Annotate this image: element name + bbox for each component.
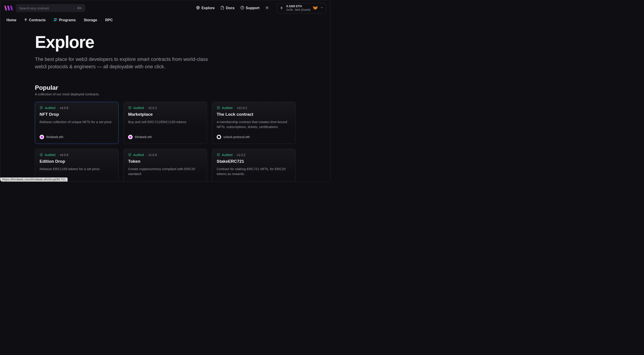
svg-line-8 — [268, 9, 268, 9]
audited-badge: Audited — [222, 153, 232, 157]
nav-docs[interactable]: Docs — [220, 6, 234, 11]
author-name: unlock-protocol.eth — [224, 135, 250, 139]
sun-icon — [265, 6, 269, 11]
solana-icon — [54, 18, 57, 22]
svg-rect-13 — [54, 18, 57, 19]
card-description: Contract for staking ERC721 NFTs, for ER… — [217, 167, 291, 179]
audited-badge: Audited — [133, 106, 144, 110]
card-title: Token — [128, 159, 202, 164]
nav-docs-label: Docs — [226, 6, 234, 10]
author-avatar — [217, 182, 221, 182]
ethereum-icon — [280, 6, 284, 10]
card-title: Edition Drop — [40, 159, 114, 164]
mainnav-home-label: Home — [6, 18, 16, 22]
theme-toggle[interactable] — [265, 6, 269, 11]
status-url: https://thirdweb.com/thirdweb.eth/DropER… — [0, 178, 68, 182]
shield-check-icon — [128, 106, 132, 110]
shield-check-icon — [217, 153, 220, 156]
brand-logo[interactable] — [4, 5, 13, 12]
wallet-address: 0x39...9d4 (Goerli) — [286, 8, 310, 12]
svg-rect-15 — [54, 20, 56, 21]
card-title: Marketplace — [128, 112, 202, 117]
version-label: v1.0.6 — [148, 153, 157, 157]
separator-dot: · — [234, 106, 235, 110]
search-shortcut: ⌘K — [77, 6, 82, 10]
nav-support-label: Support — [246, 6, 260, 10]
svg-line-7 — [266, 7, 266, 7]
mainnav-contracts[interactable]: Contracts — [24, 18, 46, 22]
page-title: Explore — [35, 34, 298, 51]
metamask-icon — [312, 5, 318, 11]
svg-point-3 — [242, 8, 242, 9]
page-subtitle: The best place for web3 developers to ex… — [35, 56, 212, 70]
card-description: Create cryptocurrency compliant with ERC… — [128, 167, 202, 179]
version-label: v4.0.6 — [60, 106, 68, 110]
ethereum-small-icon — [24, 18, 27, 22]
card-description: A membership contract that creates time-… — [217, 120, 291, 132]
card-title: NFT Drop — [40, 112, 114, 117]
version-label: v12.0.2 — [237, 106, 247, 110]
author-avatar — [128, 135, 132, 139]
separator-dot: · — [146, 106, 146, 110]
contract-card[interactable]: Audited · v1.0.2 StakeERC721 Contract fo… — [212, 149, 296, 182]
audited-badge: Audited — [45, 153, 55, 157]
help-icon — [240, 6, 244, 11]
audited-badge: Audited — [45, 106, 55, 110]
version-label: v4.0.6 — [60, 153, 68, 157]
mainnav-programs[interactable]: Programs — [54, 18, 76, 22]
section-popular-subtitle: A collection of our most deployed contra… — [35, 92, 298, 96]
nav-explore[interactable]: Explore — [196, 6, 215, 11]
shield-check-icon — [217, 106, 220, 110]
separator-dot: · — [234, 153, 235, 157]
card-title: StakeERC721 — [217, 159, 291, 164]
file-icon — [220, 6, 224, 11]
mainnav-storage[interactable]: Storage — [84, 18, 97, 22]
author-avatar — [128, 182, 132, 182]
version-label: v2.0.2 — [148, 106, 157, 110]
audited-badge: Audited — [222, 106, 232, 110]
separator-dot: · — [57, 153, 58, 157]
nav-support[interactable]: Support — [240, 6, 260, 11]
separator-dot: · — [146, 153, 146, 157]
contract-card[interactable]: Audited · v4.0.6 Edition Drop Release ER… — [35, 149, 118, 182]
shield-check-icon — [40, 153, 43, 156]
mainnav-rpc[interactable]: RPC — [105, 18, 113, 22]
wallet-balance: 0.1820 ETH — [286, 5, 310, 8]
mainnav-home[interactable]: Home — [6, 18, 16, 22]
svg-point-4 — [266, 7, 268, 8]
search-placeholder: Search any contract — [19, 6, 77, 10]
search-input[interactable]: Search any contract ⌘K — [16, 4, 85, 12]
mainnav-rpc-label: RPC — [105, 18, 113, 22]
author-name: thirdweb.eth — [135, 135, 152, 139]
mainnav-storage-label: Storage — [84, 18, 97, 22]
shield-check-icon — [40, 106, 43, 110]
nav-explore-label: Explore — [202, 6, 215, 10]
mainnav-programs-label: Programs — [59, 18, 76, 22]
contract-card[interactable]: Audited · v4.0.6 NFT Drop Release collec… — [35, 102, 118, 144]
shield-check-icon — [128, 153, 132, 156]
version-label: v1.0.2 — [237, 153, 245, 157]
section-popular-title: Popular — [35, 84, 298, 91]
card-description: Release collection of unique NFTs for a … — [40, 120, 114, 132]
globe-icon — [196, 6, 200, 11]
chevron-down-icon — [320, 6, 323, 10]
author-avatar — [217, 135, 221, 139]
svg-rect-14 — [54, 19, 57, 20]
audited-badge: Audited — [133, 153, 144, 157]
card-description: Buy and sell ERC721/ERC1155 tokens — [128, 120, 202, 132]
contract-card[interactable]: Audited · v12.0.2 The Lock contract A me… — [212, 102, 296, 144]
svg-line-12 — [268, 7, 268, 7]
author-name: thirdweb.eth — [46, 135, 63, 139]
wallet-button[interactable]: 0.1820 ETH 0x39...9d4 (Goerli) — [276, 3, 326, 14]
card-title: The Lock contract — [217, 112, 291, 117]
contract-card[interactable]: Audited · v2.0.2 Marketplace Buy and sel… — [124, 102, 207, 144]
svg-line-11 — [266, 9, 266, 9]
contract-card[interactable]: Audited · v1.0.6 Token Create cryptocurr… — [124, 149, 207, 182]
separator-dot: · — [57, 106, 58, 110]
author-avatar — [40, 135, 44, 139]
mainnav-contracts-label: Contracts — [29, 18, 46, 22]
